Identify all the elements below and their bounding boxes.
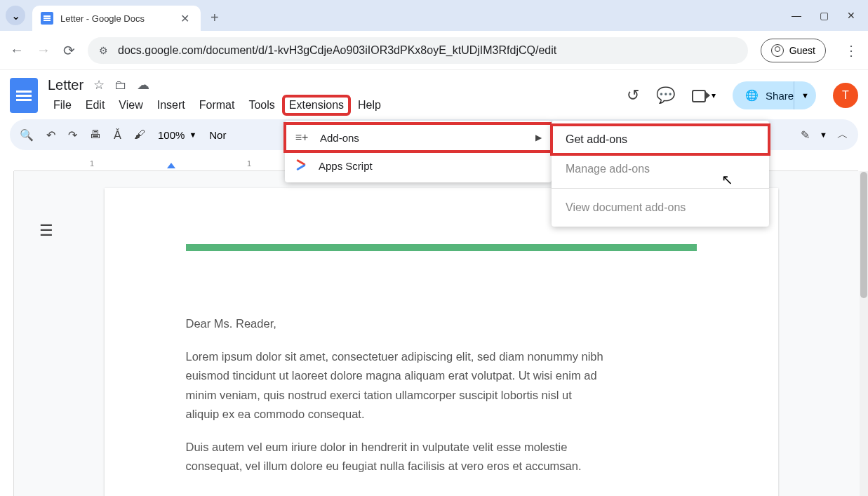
menu-tools[interactable]: Tools [243, 96, 280, 114]
browser-tab[interactable]: Letter - Google Docs ✕ [32, 6, 201, 31]
browser-tab-strip: ⌄ Letter - Google Docs ✕ + — ▢ ✕ [0, 0, 868, 31]
addons-label: Add-ons [320, 132, 359, 144]
document-page[interactable]: Dear Ms. Reader, Lorem ipsum dolor sit a… [105, 188, 778, 496]
profile-chip[interactable]: Guest [761, 39, 826, 62]
menu-extensions[interactable]: Extensions [283, 96, 349, 114]
docs-favicon-icon [41, 12, 53, 25]
close-tab-button[interactable]: ✕ [178, 12, 192, 25]
vertical-scrollbar[interactable] [860, 171, 868, 496]
header-accent-bar [186, 244, 697, 251]
globe-icon: 🌐 [745, 89, 759, 102]
menu-help[interactable]: Help [352, 96, 387, 114]
site-info-icon[interactable]: ⚙ [99, 45, 108, 56]
indent-marker-icon[interactable] [167, 163, 175, 168]
user-avatar[interactable]: T [833, 83, 858, 108]
get-addons-item[interactable]: Get add-ons [552, 125, 769, 154]
window-controls: — ▢ ✕ [792, 10, 855, 21]
new-tab-button[interactable]: + [211, 10, 219, 26]
paint-format-button[interactable]: 🖌 [134, 128, 145, 141]
manage-addons-item[interactable]: Manage add-ons [552, 154, 769, 184]
chevron-down-icon: ▼ [820, 130, 827, 139]
chevron-down-icon: ▼ [801, 91, 809, 100]
paragraph-body-1[interactable]: Lorem ipsum dolor sit amet, consectetuer… [186, 347, 607, 424]
close-window-button[interactable]: ✕ [847, 10, 855, 21]
menu-format[interactable]: Format [194, 96, 241, 114]
maximize-button[interactable]: ▢ [820, 10, 829, 21]
url-text: docs.google.com/document/d/1-kvH3gCdjeAo… [118, 44, 556, 57]
reload-button[interactable]: ⟳ [63, 42, 75, 59]
forward-button[interactable]: → [36, 42, 51, 58]
header-right: ↺ 💬 ▾ 🌐 Share ▼ T [627, 81, 858, 109]
menu-divider [552, 188, 769, 189]
menu-file[interactable]: File [48, 96, 77, 114]
paragraph-greeting[interactable]: Dear Ms. Reader, [186, 314, 697, 333]
search-tabs-button[interactable]: ⌄ [6, 6, 25, 25]
apps-script-menu-item[interactable]: Apps Script [285, 152, 552, 180]
comments-icon[interactable]: 💬 [656, 86, 675, 105]
paragraph-body-2[interactable]: Duis autem vel eum iriure dolor in hendr… [186, 438, 586, 476]
video-call-button[interactable]: ▾ [692, 90, 716, 101]
share-dropdown-button[interactable]: ▼ [794, 81, 816, 109]
vertical-ruler[interactable] [0, 171, 14, 496]
spellcheck-button[interactable]: Ǎ [114, 128, 121, 142]
collapse-toolbar-button[interactable]: ︿ [837, 128, 848, 142]
ruler-mark: 1 [247, 159, 251, 168]
tab-title: Letter - Google Docs [60, 13, 178, 24]
redo-button[interactable]: ↷ [68, 128, 77, 142]
edit-mode-button[interactable]: ✎ [801, 128, 810, 142]
video-icon [692, 90, 709, 101]
addons-icon: ≡+ [295, 131, 309, 144]
menu-view[interactable]: View [113, 96, 148, 114]
docs-header: Letter ☆ 🗀 ☁ File Edit View Insert Forma… [0, 70, 868, 115]
styles-select[interactable]: Nor [209, 129, 226, 141]
guest-label: Guest [789, 45, 815, 56]
minimize-button[interactable]: — [792, 10, 801, 21]
browser-menu-button[interactable]: ⋮ [844, 42, 858, 59]
url-input[interactable]: ⚙ docs.google.com/document/d/1-kvH3gCdje… [88, 37, 748, 64]
outline-toggle-icon[interactable]: ☰ [39, 222, 53, 240]
share-label: Share [766, 90, 794, 102]
apps-script-label: Apps Script [319, 160, 373, 172]
menu-bar: File Edit View Insert Format Tools Exten… [48, 96, 387, 114]
guest-avatar-icon [771, 44, 784, 57]
submenu-arrow-icon: ▶ [535, 133, 542, 142]
cloud-status-icon[interactable]: ☁ [137, 77, 149, 93]
star-icon[interactable]: ☆ [93, 77, 105, 93]
print-button[interactable]: 🖶 [90, 128, 101, 141]
search-menus-icon[interactable]: 🔍 [20, 128, 34, 142]
address-bar: ← → ⟳ ⚙ docs.google.com/document/d/1-kvH… [0, 31, 868, 70]
chevron-down-icon: ▾ [712, 91, 716, 100]
undo-button[interactable]: ↶ [46, 128, 55, 142]
document-title[interactable]: Letter [48, 77, 84, 93]
history-icon[interactable]: ↺ [627, 86, 639, 105]
back-button[interactable]: ← [10, 42, 24, 58]
title-area: Letter ☆ 🗀 ☁ File Edit View Insert Forma… [48, 77, 387, 114]
chevron-down-icon: ▼ [189, 130, 196, 139]
scrollbar-thumb[interactable] [860, 172, 867, 298]
view-document-addons-item[interactable]: View document add-ons [552, 193, 769, 222]
chevron-down-icon: ⌄ [11, 9, 20, 22]
menu-insert[interactable]: Insert [152, 96, 191, 114]
apps-script-icon [295, 159, 307, 172]
addons-submenu: Get add-ons Manage add-ons View document… [552, 121, 769, 227]
extensions-menu: ≡+ Add-ons ▶ Apps Script [285, 121, 552, 182]
move-icon[interactable]: 🗀 [114, 78, 127, 93]
zoom-select[interactable]: 100%▼ [158, 129, 196, 141]
docs-home-icon[interactable] [10, 78, 38, 113]
addons-menu-item[interactable]: ≡+ Add-ons ▶ [285, 123, 552, 152]
ruler-mark: 1 [90, 159, 94, 168]
menu-edit[interactable]: Edit [80, 96, 111, 114]
